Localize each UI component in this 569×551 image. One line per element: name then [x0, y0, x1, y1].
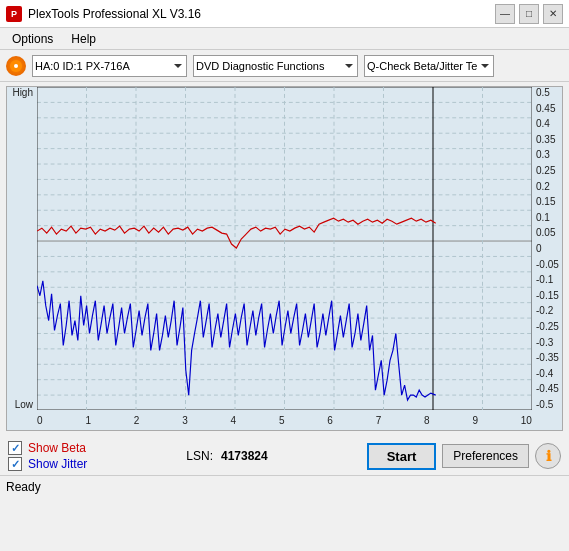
- start-button[interactable]: Start: [367, 443, 437, 470]
- app-icon: P: [6, 6, 22, 22]
- test-select[interactable]: Q-Check Beta/Jitter Test: [364, 55, 494, 77]
- show-beta-label: Show Beta: [28, 441, 86, 455]
- bottom-panel: ✓ Show Beta ✓ Show Jitter LSN: 4173824 S…: [0, 435, 569, 475]
- function-select[interactable]: DVD Diagnostic Functions: [193, 55, 358, 77]
- left-label-high: High: [12, 87, 33, 98]
- menu-bar: Options Help: [0, 28, 569, 50]
- title-bar: P PlexTools Professional XL V3.16 — □ ✕: [0, 0, 569, 28]
- menu-help[interactable]: Help: [63, 30, 104, 48]
- left-label-low: Low: [15, 399, 33, 410]
- lsn-label: LSN:: [186, 449, 213, 463]
- chart-svg: [37, 87, 532, 410]
- beta-checkmark: ✓: [11, 442, 20, 455]
- chart-right-axis: 0.5 0.45 0.4 0.35 0.3 0.25 0.2 0.15 0.1 …: [532, 87, 562, 410]
- show-jitter-row: ✓ Show Jitter: [8, 457, 87, 471]
- minimize-button[interactable]: —: [495, 4, 515, 24]
- info-button[interactable]: ℹ: [535, 443, 561, 469]
- chart-container: High Low 0.5 0.45 0.4 0.35 0.3 0.25 0.2 …: [6, 86, 563, 431]
- lsn-area: LSN: 4173824: [186, 449, 267, 463]
- chart-x-axis: 0 1 2 3 4 5 6 7 8 9 10: [37, 410, 532, 430]
- lsn-value: 4173824: [221, 449, 268, 463]
- menu-options[interactable]: Options: [4, 30, 61, 48]
- toolbar: HA:0 ID:1 PX-716A DVD Diagnostic Functio…: [0, 50, 569, 82]
- jitter-checkmark: ✓: [11, 458, 20, 471]
- checkboxes-area: ✓ Show Beta ✓ Show Jitter: [8, 441, 87, 471]
- svg-point-1: [14, 64, 18, 68]
- drive-icon: [6, 56, 26, 76]
- show-beta-checkbox[interactable]: ✓: [8, 441, 22, 455]
- show-jitter-label: Show Jitter: [28, 457, 87, 471]
- right-buttons: Start Preferences ℹ: [367, 443, 561, 470]
- show-jitter-checkbox[interactable]: ✓: [8, 457, 22, 471]
- chart-plot-area: [37, 87, 532, 410]
- title-bar-left: P PlexTools Professional XL V3.16: [6, 6, 201, 22]
- close-button[interactable]: ✕: [543, 4, 563, 24]
- status-text: Ready: [6, 480, 41, 494]
- window-controls: — □ ✕: [495, 4, 563, 24]
- chart-left-axis: High Low: [7, 87, 37, 410]
- show-beta-row: ✓ Show Beta: [8, 441, 87, 455]
- app-title: PlexTools Professional XL V3.16: [28, 7, 201, 21]
- preferences-button[interactable]: Preferences: [442, 444, 529, 468]
- drive-select[interactable]: HA:0 ID:1 PX-716A: [32, 55, 187, 77]
- status-bar: Ready: [0, 475, 569, 497]
- maximize-button[interactable]: □: [519, 4, 539, 24]
